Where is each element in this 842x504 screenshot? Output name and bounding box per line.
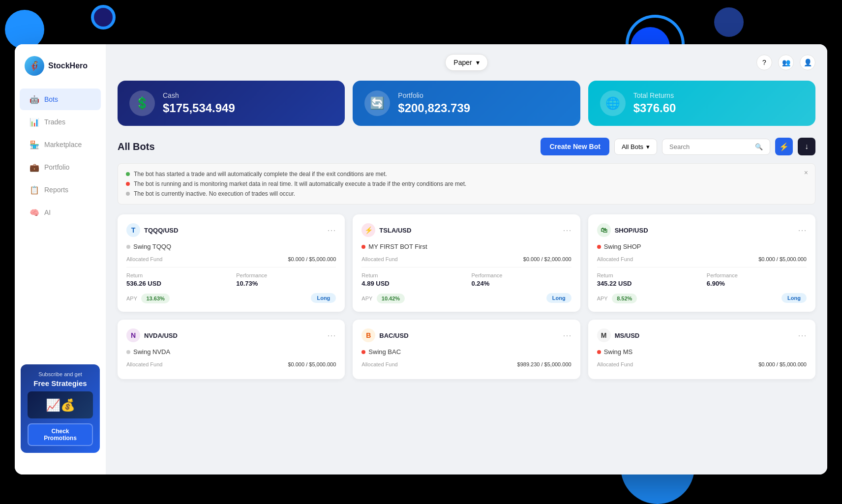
bot-menu-button[interactable]: ⋯ [327,225,336,236]
bot-menu-button[interactable]: ⋯ [327,330,336,341]
ticker-label: NVDA/USD [144,332,178,339]
status-dot [597,350,601,354]
fund-row: Allocated Fund $0.000 / $5,000.000 [126,361,336,367]
promo-card: Subscribe and get Free Strategies 📈💰 Che… [21,364,100,453]
fund-label: Allocated Fund [126,361,162,367]
returns-value: $376.60 [633,101,676,115]
return-value: 4.89 USD [361,280,461,287]
bot-menu-button[interactable]: ⋯ [563,225,571,236]
bot-card-shop[interactable]: 🛍 SHOP/USD ⋯ Swing SHOP Allocated Fund $… [588,214,815,312]
performance-value: 10.73% [236,280,336,287]
divider [126,267,336,267]
bot-card-bac[interactable]: B BAC/USD ⋯ Swing BAC Allocated Fund $98… [353,320,580,379]
bot-menu-button[interactable]: ⋯ [563,330,571,341]
bots-nav-label: Bots [44,95,58,103]
info-item-2: The bot is running and is monitoring mar… [126,180,807,187]
users-icon: 👥 [782,59,790,66]
bot-card-footer: APY 8.52% Long [597,293,807,303]
create-new-bot-button[interactable]: Create New Bot [541,138,609,155]
search-box: 🔍 [662,139,770,155]
ticker-icon: ⚡ [361,223,375,237]
fund-value: $0.000 / $5,000.000 [288,361,336,367]
bot-card-tqqq[interactable]: T TQQQ/USD ⋯ Swing TQQQ Allocated Fund $… [118,214,345,312]
status-dot [126,350,130,354]
filter-icon-button[interactable]: ⚡ [775,138,793,155]
cash-icon: 💲 [129,90,155,116]
user-profile-button[interactable]: 👤 [800,55,815,70]
returns-card: 🌐 Total Returns $376.60 [588,81,815,126]
promo-free-text: Free Strategies [28,379,93,387]
sidebar-item-ai[interactable]: 🧠 AI [20,202,101,223]
status-dot [361,350,365,354]
sidebar-item-reports[interactable]: 📋 Reports [20,179,101,201]
fund-row: Allocated Fund $0.000 / $5,000.000 [597,256,807,262]
bot-status-row: Swing SHOP [597,243,807,250]
bot-card-ms[interactable]: M MS/USD ⋯ Swing MS Allocated Fund $0.00… [588,320,815,379]
bot-menu-button[interactable]: ⋯ [798,330,807,341]
cash-card: 💲 Cash $175,534.949 [118,81,345,126]
ticker-label: TQQQ/USD [144,227,178,234]
check-promotions-button[interactable]: Check Promotions [28,423,93,446]
download-icon-button[interactable]: ↓ [798,138,815,155]
bots-controls: Create New Bot All Bots ▾ 🔍 ⚡ ↓ [541,138,815,155]
apy-badge: 13.63% [141,294,169,303]
divider [597,267,807,267]
apy-label: APY [126,296,137,301]
bots-header: All Bots Create New Bot All Bots ▾ 🔍 ⚡ ↓ [118,138,815,155]
bot-name: Swing TQQQ [133,243,171,250]
close-banner-button[interactable]: × [804,169,808,177]
bot-card-nvda[interactable]: N NVDA/USD ⋯ Swing NVDA Allocated Fund $… [118,320,345,379]
bot-card-tsla[interactable]: ⚡ TSLA/USD ⋯ MY FIRST BOT First Allocate… [353,214,580,312]
logo-text: StockHero [48,61,88,70]
grey-dot [126,192,130,196]
direction-badge: Long [546,293,571,303]
apy-label: APY [361,296,372,301]
bot-name: Swing NVDA [133,348,170,356]
returns-label: Total Returns [633,91,676,99]
bot-card-header: 🛍 SHOP/USD ⋯ [597,223,807,237]
return-label: Return [126,272,226,278]
search-input[interactable] [669,143,752,150]
top-header: Paper ▾ ? 👥 👤 [118,54,815,71]
sidebar-item-trades[interactable]: 📊 Trades [20,111,101,133]
ticker-label: MS/USD [615,332,640,339]
app-wrapper: 🦸 StockHero 🤖 Bots 📊 Trades 🏪 Marketplac… [15,44,827,474]
paper-selector[interactable]: Paper ▾ [445,54,487,71]
bot-status-row: Swing TQQQ [126,243,336,250]
question-icon: ? [762,59,766,66]
info-banner: × The bot has started a trade and will a… [118,163,815,205]
nav-menu: 🤖 Bots 📊 Trades 🏪 Marketplace 💼 Portfoli… [15,88,106,224]
performance-metric: Performance 10.73% [236,272,336,287]
bot-name: Swing MS [604,348,633,356]
promo-subscribe-text: Subscribe and get [28,371,93,377]
download-icon: ↓ [805,142,809,151]
promo-image: 📈💰 [28,391,93,418]
users-button[interactable]: 👥 [778,55,794,70]
fund-row: Allocated Fund $0.000 / $5,000.000 [126,256,336,262]
sidebar-item-bots[interactable]: 🤖 Bots [20,89,101,110]
cash-label: Cash [163,91,235,99]
trades-nav-label: Trades [44,118,65,126]
ai-nav-icon: 🧠 [30,208,39,217]
portfolio-nav-label: Portfolio [44,163,69,171]
bot-card-header: M MS/USD ⋯ [597,328,807,342]
return-value: 536.26 USD [126,280,226,287]
sidebar-item-portfolio[interactable]: 💼 Portfolio [20,156,101,178]
bot-card-header: ⚡ TSLA/USD ⋯ [361,223,571,237]
ticker-label: SHOP/USD [615,227,648,234]
user-icon: 👤 [804,59,812,66]
info-text-3: The bot is currently inactive. No execut… [134,190,295,197]
performance-value: 6.90% [707,280,807,287]
bot-ticker-row: N NVDA/USD [126,328,178,342]
sidebar-item-marketplace[interactable]: 🏪 Marketplace [20,134,101,155]
bot-menu-button[interactable]: ⋯ [798,225,807,236]
info-text-2: The bot is running and is monitoring mar… [134,180,466,187]
all-bots-filter[interactable]: All Bots ▾ [614,139,657,155]
bot-ticker-row: T TQQQ/USD [126,223,178,237]
ai-nav-label: AI [44,208,51,216]
main-content: Paper ▾ ? 👥 👤 💲 [106,44,827,474]
help-button[interactable]: ? [756,55,772,70]
return-metric: Return 4.89 USD [361,272,461,287]
apy-wrapper: APY 10.42% [361,294,405,302]
ticker-label: BAC/USD [379,332,408,339]
